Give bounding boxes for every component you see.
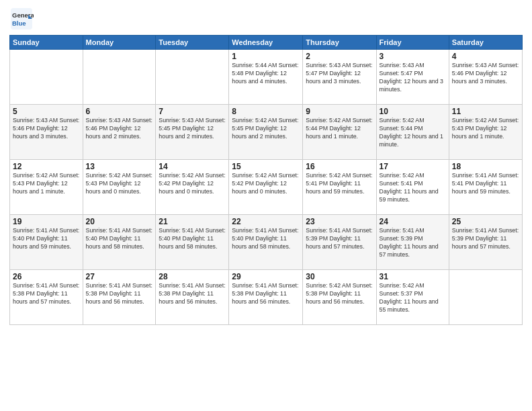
day-number: 14 xyxy=(159,162,226,171)
calendar-day-cell: 25Sunrise: 5:41 AM Sunset: 5:39 PM Dayli… xyxy=(449,215,522,270)
calendar-day-cell: 12Sunrise: 5:42 AM Sunset: 5:43 PM Dayli… xyxy=(10,160,83,215)
day-number: 19 xyxy=(13,217,80,226)
logo-svg: General Blue xyxy=(9,7,34,31)
calendar-day-cell: 26Sunrise: 5:41 AM Sunset: 5:38 PM Dayli… xyxy=(10,270,83,325)
calendar-day-cell: 13Sunrise: 5:42 AM Sunset: 5:43 PM Dayli… xyxy=(83,160,156,215)
day-number: 6 xyxy=(86,107,153,116)
day-info: Sunrise: 5:43 AM Sunset: 5:46 PM Dayligh… xyxy=(86,117,153,141)
day-number: 21 xyxy=(159,217,226,226)
calendar-day-cell: 16Sunrise: 5:42 AM Sunset: 5:41 PM Dayli… xyxy=(303,160,376,215)
day-number: 3 xyxy=(380,52,446,61)
calendar-day-cell: 18Sunrise: 5:41 AM Sunset: 5:41 PM Dayli… xyxy=(449,160,522,215)
day-number: 1 xyxy=(232,52,300,61)
calendar-week-row: 1Sunrise: 5:44 AM Sunset: 5:48 PM Daylig… xyxy=(10,50,523,105)
calendar-day-cell: 1Sunrise: 5:44 AM Sunset: 5:48 PM Daylig… xyxy=(229,50,303,105)
day-number: 28 xyxy=(159,272,226,281)
calendar-day-cell: 17Sunrise: 5:42 AM Sunset: 5:41 PM Dayli… xyxy=(376,160,449,215)
calendar-day-cell: 11Sunrise: 5:42 AM Sunset: 5:43 PM Dayli… xyxy=(449,105,522,160)
calendar-day-cell: 9Sunrise: 5:42 AM Sunset: 5:44 PM Daylig… xyxy=(303,105,376,160)
day-of-week-header: Monday xyxy=(83,36,156,50)
calendar-week-row: 19Sunrise: 5:41 AM Sunset: 5:40 PM Dayli… xyxy=(10,215,523,270)
day-info: Sunrise: 5:42 AM Sunset: 5:43 PM Dayligh… xyxy=(452,117,519,141)
day-info: Sunrise: 5:42 AM Sunset: 5:44 PM Dayligh… xyxy=(380,117,446,149)
calendar-header-row: SundayMondayTuesdayWednesdayThursdayFrid… xyxy=(10,36,523,50)
day-number: 20 xyxy=(86,217,153,226)
calendar-day-cell: 29Sunrise: 5:41 AM Sunset: 5:38 PM Dayli… xyxy=(229,270,303,325)
day-of-week-header: Sunday xyxy=(10,36,83,50)
day-number: 4 xyxy=(452,52,519,61)
day-number: 22 xyxy=(232,217,300,226)
day-info: Sunrise: 5:42 AM Sunset: 5:43 PM Dayligh… xyxy=(13,172,80,196)
day-number: 8 xyxy=(232,107,300,116)
calendar-day-cell: 30Sunrise: 5:42 AM Sunset: 5:38 PM Dayli… xyxy=(303,270,376,325)
calendar-day-cell xyxy=(449,270,522,325)
calendar-week-row: 26Sunrise: 5:41 AM Sunset: 5:38 PM Dayli… xyxy=(10,270,523,325)
day-info: Sunrise: 5:41 AM Sunset: 5:40 PM Dayligh… xyxy=(13,227,80,251)
day-info: Sunrise: 5:42 AM Sunset: 5:41 PM Dayligh… xyxy=(380,172,446,204)
calendar-day-cell: 5Sunrise: 5:43 AM Sunset: 5:46 PM Daylig… xyxy=(10,105,83,160)
calendar-day-cell: 14Sunrise: 5:42 AM Sunset: 5:42 PM Dayli… xyxy=(156,160,229,215)
calendar-day-cell: 21Sunrise: 5:41 AM Sunset: 5:40 PM Dayli… xyxy=(156,215,229,270)
calendar-day-cell: 6Sunrise: 5:43 AM Sunset: 5:46 PM Daylig… xyxy=(83,105,156,160)
day-number: 16 xyxy=(306,162,373,171)
day-info: Sunrise: 5:41 AM Sunset: 5:40 PM Dayligh… xyxy=(232,227,300,251)
day-info: Sunrise: 5:42 AM Sunset: 5:44 PM Dayligh… xyxy=(306,117,373,141)
calendar-day-cell: 2Sunrise: 5:43 AM Sunset: 5:47 PM Daylig… xyxy=(303,50,376,105)
day-number: 9 xyxy=(306,107,373,116)
logo: General Blue xyxy=(9,7,34,31)
day-number: 5 xyxy=(13,107,80,116)
day-number: 29 xyxy=(232,272,300,281)
day-info: Sunrise: 5:42 AM Sunset: 5:42 PM Dayligh… xyxy=(232,172,300,196)
day-info: Sunrise: 5:41 AM Sunset: 5:38 PM Dayligh… xyxy=(86,282,153,306)
calendar-day-cell xyxy=(83,50,156,105)
calendar-day-cell: 8Sunrise: 5:42 AM Sunset: 5:45 PM Daylig… xyxy=(229,105,303,160)
calendar-table: SundayMondayTuesdayWednesdayThursdayFrid… xyxy=(9,35,523,325)
day-info: Sunrise: 5:42 AM Sunset: 5:42 PM Dayligh… xyxy=(159,172,226,196)
day-info: Sunrise: 5:42 AM Sunset: 5:45 PM Dayligh… xyxy=(232,117,300,141)
day-number: 10 xyxy=(380,107,446,116)
calendar-day-cell: 22Sunrise: 5:41 AM Sunset: 5:40 PM Dayli… xyxy=(229,215,303,270)
svg-text:Blue: Blue xyxy=(12,19,26,27)
day-info: Sunrise: 5:41 AM Sunset: 5:40 PM Dayligh… xyxy=(86,227,153,251)
day-info: Sunrise: 5:41 AM Sunset: 5:39 PM Dayligh… xyxy=(306,227,373,251)
day-number: 15 xyxy=(232,162,300,171)
calendar-day-cell: 19Sunrise: 5:41 AM Sunset: 5:40 PM Dayli… xyxy=(10,215,83,270)
calendar-day-cell: 20Sunrise: 5:41 AM Sunset: 5:40 PM Dayli… xyxy=(83,215,156,270)
day-info: Sunrise: 5:44 AM Sunset: 5:48 PM Dayligh… xyxy=(232,62,300,86)
day-info: Sunrise: 5:43 AM Sunset: 5:47 PM Dayligh… xyxy=(380,62,446,94)
calendar-day-cell xyxy=(10,50,83,105)
day-of-week-header: Tuesday xyxy=(156,36,229,50)
day-number: 17 xyxy=(380,162,446,171)
day-number: 30 xyxy=(306,272,373,281)
calendar-week-row: 5Sunrise: 5:43 AM Sunset: 5:46 PM Daylig… xyxy=(10,105,523,160)
day-number: 24 xyxy=(380,217,446,226)
calendar-day-cell: 24Sunrise: 5:41 AM Sunset: 5:39 PM Dayli… xyxy=(376,215,449,270)
day-info: Sunrise: 5:41 AM Sunset: 5:39 PM Dayligh… xyxy=(452,227,519,251)
day-info: Sunrise: 5:41 AM Sunset: 5:38 PM Dayligh… xyxy=(159,282,226,306)
day-number: 2 xyxy=(306,52,373,61)
day-number: 31 xyxy=(380,272,446,281)
calendar-day-cell: 4Sunrise: 5:43 AM Sunset: 5:46 PM Daylig… xyxy=(449,50,522,105)
calendar-day-cell: 23Sunrise: 5:41 AM Sunset: 5:39 PM Dayli… xyxy=(303,215,376,270)
calendar-day-cell: 27Sunrise: 5:41 AM Sunset: 5:38 PM Dayli… xyxy=(83,270,156,325)
calendar-day-cell: 7Sunrise: 5:43 AM Sunset: 5:45 PM Daylig… xyxy=(156,105,229,160)
day-info: Sunrise: 5:41 AM Sunset: 5:38 PM Dayligh… xyxy=(13,282,80,306)
calendar-week-row: 12Sunrise: 5:42 AM Sunset: 5:43 PM Dayli… xyxy=(10,160,523,215)
day-info: Sunrise: 5:42 AM Sunset: 5:41 PM Dayligh… xyxy=(306,172,373,196)
calendar-day-cell: 15Sunrise: 5:42 AM Sunset: 5:42 PM Dayli… xyxy=(229,160,303,215)
day-info: Sunrise: 5:42 AM Sunset: 5:43 PM Dayligh… xyxy=(86,172,153,196)
day-number: 26 xyxy=(13,272,80,281)
day-number: 12 xyxy=(13,162,80,171)
day-of-week-header: Wednesday xyxy=(229,36,303,50)
day-of-week-header: Thursday xyxy=(303,36,376,50)
day-of-week-header: Friday xyxy=(376,36,449,50)
day-info: Sunrise: 5:43 AM Sunset: 5:46 PM Dayligh… xyxy=(13,117,80,141)
day-info: Sunrise: 5:43 AM Sunset: 5:45 PM Dayligh… xyxy=(159,117,226,141)
day-number: 25 xyxy=(452,217,519,226)
day-info: Sunrise: 5:43 AM Sunset: 5:47 PM Dayligh… xyxy=(306,62,373,86)
day-number: 7 xyxy=(159,107,226,116)
day-number: 23 xyxy=(306,217,373,226)
day-number: 13 xyxy=(86,162,153,171)
calendar-day-cell: 3Sunrise: 5:43 AM Sunset: 5:47 PM Daylig… xyxy=(376,50,449,105)
day-info: Sunrise: 5:42 AM Sunset: 5:38 PM Dayligh… xyxy=(306,282,373,306)
